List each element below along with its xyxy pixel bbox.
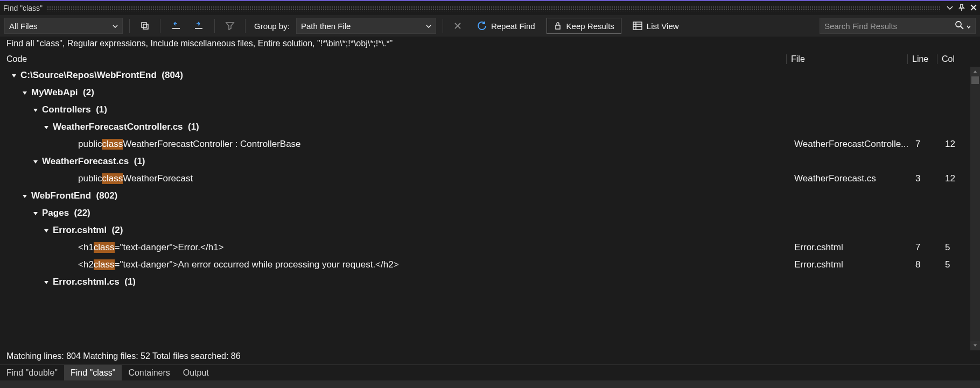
collapse-icon[interactable] [32, 107, 39, 113]
result-line: 8 [911, 259, 941, 270]
group-label: C:\Source\Repos\WebFrontEnd [20, 70, 157, 81]
code-post: WeatherForecastController : ControllerBa… [123, 139, 300, 150]
collapse-icon[interactable] [43, 279, 50, 285]
pin-icon[interactable] [958, 4, 965, 13]
code-match: class [102, 173, 123, 184]
prev-result-button[interactable] [167, 18, 185, 34]
svg-rect-0 [142, 23, 146, 27]
collapse-icon[interactable] [32, 158, 39, 165]
group-row-controllers[interactable]: Controllers (1) [0, 101, 970, 118]
group-row-error-cs[interactable]: Error.cshtml.cs (1) [0, 273, 970, 291]
results-area: C:\Source\Repos\WebFrontEnd (804) MyWebA… [0, 67, 980, 350]
group-count: (22) [74, 208, 90, 218]
svg-rect-2 [556, 25, 560, 29]
code-match: class [102, 139, 123, 150]
group-label: Error.cshtml.cs [53, 277, 120, 287]
code-pre: public [78, 139, 102, 150]
results-header: Code File Line Col [0, 52, 980, 67]
group-row-wfc-cs[interactable]: WeatherForecastController.cs (1) [0, 118, 970, 136]
window-menu-icon[interactable] [947, 4, 953, 12]
group-label: Pages [42, 208, 69, 218]
group-row-root[interactable]: C:\Source\Repos\WebFrontEnd (804) [0, 67, 970, 84]
result-line: 7 [911, 139, 941, 150]
list-view-label: List View [647, 22, 679, 31]
group-label: WeatherForecast.cs [42, 156, 129, 167]
column-col[interactable]: Col [937, 54, 969, 64]
result-line: 3 [911, 173, 941, 184]
chevron-down-icon [426, 22, 431, 31]
search-results-input[interactable] [824, 22, 955, 31]
repeat-find-button[interactable]: Repeat Find [470, 18, 542, 34]
chevron-down-icon [113, 22, 118, 31]
copy-button[interactable] [136, 18, 153, 34]
code-post: WeatherForecast [123, 173, 193, 184]
find-results-panel: Find "class" All Files [0, 0, 980, 388]
group-count: (1) [188, 122, 199, 132]
collapse-icon[interactable] [22, 89, 28, 96]
result-row[interactable]: public class WeatherForecastController :… [0, 136, 970, 153]
result-row[interactable]: <h1 class="text-danger">Error.</h1> Erro… [0, 239, 970, 256]
svg-rect-3 [633, 22, 642, 30]
collapse-icon[interactable] [43, 227, 50, 234]
group-row-error-cshtml[interactable]: Error.cshtml (2) [0, 222, 970, 239]
titlebar-grip[interactable] [47, 6, 941, 11]
group-row-mywebapi[interactable]: MyWebApi (2) [0, 84, 970, 101]
clear-filter-button[interactable] [221, 18, 239, 34]
tab-find-double[interactable]: Find "double" [0, 365, 64, 380]
result-row[interactable]: <h2 class="text-danger">An error occurre… [0, 256, 970, 273]
group-label: Error.cshtml [53, 225, 107, 236]
result-file: Error.cshtml [790, 259, 911, 270]
delete-button[interactable] [450, 18, 466, 34]
tab-containers[interactable]: Containers [122, 365, 176, 380]
scroll-up-icon[interactable] [970, 67, 980, 76]
bottom-tabstrip: Find "double" Find "class" Containers Ou… [0, 364, 980, 380]
tab-output[interactable]: Output [177, 365, 215, 380]
keep-results-label: Keep Results [566, 22, 614, 31]
group-count: (1) [96, 104, 107, 115]
svg-point-4 [956, 22, 961, 27]
search-results-box[interactable] [820, 18, 976, 34]
result-file: Error.cshtml [790, 242, 911, 253]
panel-titlebar: Find "class" [0, 1, 980, 15]
chevron-down-icon[interactable] [967, 22, 971, 31]
code-match: class [94, 259, 115, 270]
group-row-wf-cs[interactable]: WeatherForecast.cs (1) [0, 153, 970, 170]
column-line[interactable]: Line [907, 54, 937, 64]
panel-title: Find "class" [3, 4, 47, 12]
scroll-thumb[interactable] [971, 76, 979, 84]
collapse-icon[interactable] [22, 193, 28, 199]
collapse-icon[interactable] [32, 210, 39, 216]
group-count: (804) [162, 70, 183, 81]
group-by-label: Group by: [252, 22, 292, 31]
scope-dropdown-value: All Files [9, 22, 38, 31]
result-col: 12 [941, 139, 970, 150]
column-file[interactable]: File [786, 54, 907, 64]
group-by-dropdown[interactable]: Path then File [296, 18, 436, 34]
tab-find-class[interactable]: Find "class" [64, 365, 122, 380]
toolbar-separator [129, 19, 130, 33]
list-view-button[interactable]: List View [626, 18, 686, 34]
column-code[interactable]: Code [0, 54, 786, 64]
result-row[interactable]: public class WeatherForecast WeatherFore… [0, 170, 970, 187]
collapse-icon[interactable] [11, 72, 17, 79]
result-col: 5 [941, 259, 970, 270]
close-icon[interactable] [970, 4, 977, 12]
result-file: WeatherForecast.cs [790, 173, 911, 184]
toolbar: All Files Gr [0, 15, 980, 37]
scope-dropdown[interactable]: All Files [4, 18, 123, 34]
group-label: WeatherForecastController.cs [53, 122, 183, 132]
svg-rect-1 [143, 24, 148, 29]
keep-results-button[interactable]: Keep Results [547, 18, 621, 34]
scroll-down-icon[interactable] [970, 341, 980, 350]
toolbar-separator [245, 19, 246, 33]
toolbar-separator [214, 19, 215, 33]
search-icon[interactable] [955, 20, 964, 32]
vertical-scrollbar[interactable] [970, 67, 980, 350]
group-row-webfrontend[interactable]: WebFrontEnd (802) [0, 187, 970, 204]
footer-bar [0, 380, 980, 388]
collapse-icon[interactable] [43, 124, 50, 130]
status-line: Matching lines: 804 Matching files: 52 T… [0, 350, 980, 364]
group-row-pages[interactable]: Pages (22) [0, 204, 970, 222]
next-result-button[interactable] [190, 18, 208, 34]
code-post: ="text-danger">An error occurred while p… [115, 259, 399, 270]
